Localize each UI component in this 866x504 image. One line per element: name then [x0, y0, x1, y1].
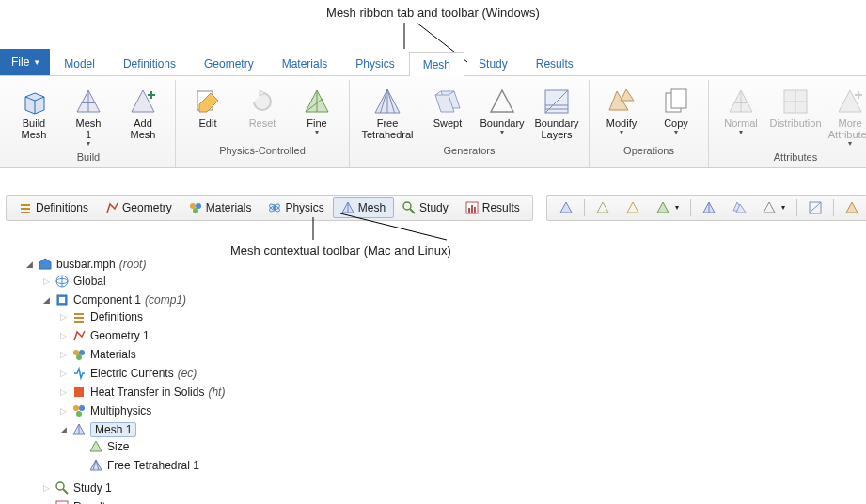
- tree-row[interactable]: ◢Component 1 (comp1): [41, 292, 866, 307]
- boundary-layers-button[interactable]: BoundaryLayers: [530, 82, 583, 142]
- ctx-definitions-button[interactable]: Definitions: [10, 197, 97, 218]
- boundary-label: Boundary▾: [480, 118, 524, 142]
- tree-row[interactable]: ▷Electric Currents (ec): [58, 366, 866, 381]
- comp-icon: [55, 292, 70, 307]
- ctx-materials-label: Materials: [206, 201, 252, 214]
- tab-physics[interactable]: Physics: [341, 51, 408, 75]
- ctx-definitions-label: Definitions: [36, 201, 88, 214]
- tree-spacer: ▷: [58, 331, 68, 340]
- tree-row[interactable]: ▷Multiphysics: [58, 403, 866, 418]
- separator: [584, 199, 585, 216]
- meshtri-icon: [71, 422, 87, 437]
- mat-icon: [189, 201, 202, 214]
- tree-row[interactable]: ◢busbar.mph (root): [24, 257, 866, 272]
- svg-rect-57: [468, 208, 470, 213]
- contextual-toolbar-area: DefinitionsGeometryMaterialsPhysicsMeshS…: [0, 195, 866, 221]
- ctx-geometry-button[interactable]: Geometry: [97, 197, 181, 218]
- build-mesh-label: BuildMesh: [22, 118, 47, 142]
- tree-row[interactable]: ·Free Tetrahedral 1: [75, 458, 866, 473]
- svg-point-87: [73, 405, 79, 411]
- collapse-icon[interactable]: ◢: [24, 260, 34, 269]
- svg-marker-62: [627, 202, 638, 213]
- ctx-study-button[interactable]: Study: [394, 197, 457, 218]
- group-label: Operations: [623, 142, 674, 159]
- ctx-mesh-swept-icon[interactable]: [724, 197, 754, 218]
- copy-label: Copy▾: [664, 118, 688, 142]
- svg-point-54: [403, 202, 411, 210]
- caret-down-icon: ▾: [724, 129, 757, 137]
- svg-marker-74: [39, 259, 51, 269]
- modify-button[interactable]: Modify▾: [595, 82, 648, 142]
- tab-geometry[interactable]: Geometry: [190, 51, 268, 75]
- ctx-results-button[interactable]: Results: [457, 197, 528, 218]
- tree-item-label: Component 1: [73, 293, 141, 307]
- svg-rect-86: [74, 387, 84, 397]
- ribbon-group-build: BuildMeshMesh1▾AddMeshBuild: [2, 80, 176, 167]
- ctx-mesh-tet-icon[interactable]: [694, 197, 724, 218]
- group-label: Attributes: [774, 149, 817, 165]
- ctx-mesh-button[interactable]: Mesh: [333, 197, 394, 218]
- svg-rect-58: [471, 205, 473, 213]
- tree-row[interactable]: ▷Materials: [58, 347, 866, 362]
- tab-materials[interactable]: Materials: [268, 51, 342, 75]
- ctx-mesh-modify-icon[interactable]: [837, 197, 866, 218]
- ctx-mesh-label: Mesh: [358, 201, 386, 214]
- tab-definitions[interactable]: Definitions: [109, 51, 190, 75]
- separator: [833, 199, 834, 216]
- ctx-materials-button[interactable]: Materials: [181, 197, 260, 218]
- tri-icon: [74, 86, 102, 118]
- file-menu[interactable]: File ▼: [0, 49, 50, 75]
- svg-point-49: [273, 206, 276, 210]
- ctx-mesh-build-icon[interactable]: [551, 197, 581, 218]
- free-tet-button[interactable]: FreeTetrahedral: [355, 82, 419, 142]
- ribbon: File ▼ ModelDefinitionsGeometryMaterials…: [0, 50, 866, 168]
- ribbon-group-generators: FreeTetrahedralSweptBoundary▾BoundaryLay…: [350, 80, 590, 167]
- edit-icon: [194, 86, 222, 118]
- svg-line-70: [810, 202, 821, 213]
- tri-plus-icon: [129, 86, 157, 118]
- build-mesh-button[interactable]: BuildMesh: [8, 82, 60, 149]
- ctx-study-label: Study: [419, 201, 449, 214]
- ctx-mesh-tri1-icon[interactable]: [588, 197, 618, 218]
- reset-label: Reset: [249, 118, 276, 142]
- separator: [690, 199, 691, 216]
- svg-rect-59: [474, 207, 476, 213]
- copy-button[interactable]: Copy▾: [650, 82, 702, 142]
- tree-row[interactable]: ▷Definitions: [58, 309, 866, 324]
- tree-row[interactable]: ◢Mesh 1: [58, 422, 866, 437]
- collapse-icon[interactable]: ◢: [41, 295, 51, 305]
- svg-point-88: [79, 405, 85, 411]
- svg-marker-92: [90, 441, 102, 451]
- tree-item-label: Geometry 1: [90, 329, 150, 342]
- distribution-button: Distribution: [769, 82, 822, 149]
- collapse-icon[interactable]: ◢: [58, 425, 68, 434]
- fine-button[interactable]: Fine▾: [291, 82, 343, 142]
- tree-row[interactable]: ▷Heat Transfer in Solids (ht): [58, 385, 866, 400]
- tab-results[interactable]: Results: [522, 51, 588, 75]
- tree-row[interactable]: ▷Results: [41, 499, 866, 504]
- caret-down-icon: ▼: [33, 58, 40, 67]
- tri-icon: [727, 86, 755, 118]
- tree-row[interactable]: ▷Study 1: [41, 480, 866, 496]
- tree-row[interactable]: ▷Global: [41, 274, 866, 289]
- ctx-physics-label: Physics: [285, 201, 323, 214]
- ctx-mesh-tri2-icon[interactable]: [618, 197, 648, 218]
- ctx-mesh-blayers-icon[interactable]: [800, 197, 830, 218]
- tab-model[interactable]: Model: [50, 51, 109, 75]
- group-label: Physics-Controlled: [219, 142, 306, 159]
- ctx-mesh-boundary-icon[interactable]: ▾: [754, 197, 794, 218]
- modify-icon: [607, 86, 636, 118]
- add-mesh-button[interactable]: AddMesh: [117, 82, 169, 149]
- tree-row[interactable]: ▷Geometry 1: [58, 328, 866, 343]
- mat-icon: [71, 347, 87, 362]
- swept-button[interactable]: Swept: [421, 82, 474, 142]
- mesh-1-button[interactable]: Mesh1▾: [62, 82, 115, 149]
- tree-row[interactable]: ·Size: [75, 439, 866, 454]
- svg-marker-71: [846, 202, 858, 213]
- boundary-button[interactable]: Boundary▾: [476, 82, 528, 142]
- tab-study[interactable]: Study: [464, 51, 522, 75]
- ctx-mesh-size-icon[interactable]: ▾: [648, 197, 687, 218]
- tab-mesh[interactable]: Mesh: [409, 52, 464, 76]
- edit-button[interactable]: Edit: [181, 82, 234, 142]
- ctx-physics-button[interactable]: Physics: [260, 197, 332, 218]
